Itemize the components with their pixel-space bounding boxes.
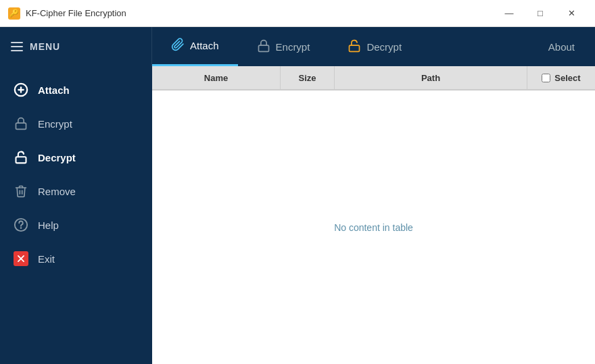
sidebar-help-label: Help — [38, 219, 59, 231]
select-all-checkbox[interactable] — [542, 74, 550, 82]
nav-decrypt-label: Decrypt — [366, 41, 402, 53]
menu-label: MENU — [30, 41, 60, 52]
empty-message: No content in table — [334, 222, 413, 233]
sidebar-lock-closed-icon — [14, 116, 28, 131]
table-header: Name Size Path Select — [152, 66, 595, 90]
sidebar-item-attach[interactable]: Attach — [0, 73, 152, 107]
exit-icon — [14, 251, 28, 266]
svg-rect-5 — [16, 123, 26, 129]
svg-rect-1 — [350, 45, 360, 51]
sidebar-item-help[interactable]: Help — [0, 208, 152, 242]
help-icon — [14, 217, 28, 232]
menu-button[interactable]: MENU — [0, 27, 152, 66]
app-icon: 🔑 — [8, 7, 20, 20]
nav-encrypt-label: Encrypt — [276, 41, 310, 53]
app-title: KF-Cipher File Encryption — [26, 8, 494, 18]
sidebar-attach-label: Attach — [38, 84, 70, 96]
sidebar-item-decrypt[interactable]: Decrypt — [0, 140, 152, 174]
sidebar-decrypt-label: Decrypt — [38, 152, 76, 163]
sidebar-item-remove[interactable]: Remove — [0, 174, 152, 208]
sidebar-exit-label: Exit — [38, 253, 55, 265]
sidebar-item-encrypt[interactable]: Encrypt — [0, 107, 152, 140]
window-controls: — □ ✕ — [494, 0, 587, 27]
sidebar-lock-open-icon — [14, 150, 28, 165]
nav-attach[interactable]: Attach — [152, 27, 238, 66]
svg-point-8 — [21, 228, 22, 228]
top-navigation: MENU Attach Encrypt — [0, 27, 595, 66]
paperclip-icon — [171, 38, 185, 53]
titlebar: 🔑 KF-Cipher File Encryption — □ ✕ — [0, 0, 595, 27]
col-size: Size — [281, 66, 335, 89]
minimize-button[interactable]: — — [494, 0, 525, 27]
main-content: Name Size Path Select No content in tabl… — [152, 66, 595, 364]
col-name: Name — [152, 66, 281, 89]
sidebar-encrypt-label: Encrypt — [38, 118, 72, 130]
col-path: Path — [335, 66, 527, 89]
nav-items: Attach Encrypt — [152, 27, 548, 66]
lock-open-icon — [348, 39, 361, 55]
sidebar-item-exit[interactable]: Exit — [0, 242, 152, 276]
svg-rect-0 — [258, 45, 268, 51]
svg-rect-6 — [16, 157, 26, 163]
plus-circle-icon — [14, 82, 28, 97]
nav-about-label: About — [548, 41, 575, 53]
nav-decrypt[interactable]: Decrypt — [329, 27, 421, 66]
table-body: No content in table — [152, 90, 595, 364]
trash-icon — [14, 184, 28, 199]
nav-attach-label: Attach — [190, 40, 219, 51]
nav-encrypt[interactable]: Encrypt — [238, 27, 329, 66]
hamburger-icon — [11, 42, 23, 51]
close-button[interactable]: ✕ — [556, 0, 587, 27]
app-body: MENU Attach Encrypt — [0, 27, 595, 364]
nav-about[interactable]: About — [548, 27, 595, 66]
sidebar-remove-label: Remove — [38, 186, 76, 197]
sidebar: Attach Encrypt — [0, 66, 152, 364]
lock-closed-icon — [257, 39, 270, 55]
col-select: Select — [527, 66, 595, 89]
content-area: Attach Encrypt — [0, 66, 595, 364]
maximize-button[interactable]: □ — [525, 0, 556, 27]
